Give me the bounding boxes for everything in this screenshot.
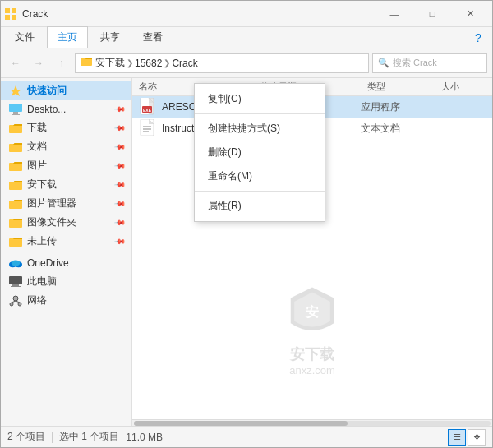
context-menu: 复制(C) 创建快捷方式(S) 删除(D) 重命名(M) 属性(R)	[194, 83, 325, 222]
view-buttons: ☰ ❖	[448, 429, 486, 446]
svg-rect-0	[5, 8, 10, 13]
item-count: 2 个项目	[7, 430, 45, 444]
sidebar-label-downloads: 下载	[27, 121, 111, 135]
ribbon-tabs: 文件 主页 共享 查看 ?	[1, 27, 492, 48]
desktop-icon	[9, 103, 22, 116]
sidebar-label-desktop: Deskto...	[27, 104, 111, 115]
large-icon-view-button[interactable]: ❖	[468, 429, 486, 446]
ctx-delete[interactable]: 删除(D)	[195, 141, 325, 164]
downloads-folder-icon	[9, 122, 22, 135]
sidebar-label-thispc: 此电脑	[27, 275, 125, 289]
sidebar-label-unuploaded: 未上传	[27, 234, 111, 248]
svg-marker-5	[10, 85, 21, 96]
txt-file-icon	[132, 119, 162, 137]
svg-rect-10	[9, 144, 22, 152]
search-icon: 🔍	[378, 58, 389, 68]
svg-point-24	[18, 303, 21, 306]
pin-icon-documents: 📌	[114, 141, 127, 153]
pictures-folder-icon	[9, 159, 22, 173]
imagefolder-folder-icon	[9, 216, 22, 229]
tab-view[interactable]: 查看	[132, 26, 173, 48]
unuploaded-folder-icon	[9, 235, 22, 248]
svg-rect-20	[12, 284, 19, 286]
ctx-copy[interactable]: 复制(C)	[195, 87, 325, 111]
explorer-window: Crack — □ ✕ 文件 主页 共享 查看 ? ← → ↑	[0, 0, 493, 448]
pin-icon-anzaixia: 📌	[114, 178, 127, 191]
maximize-button[interactable]: □	[413, 1, 451, 27]
scrollbar-thumb[interactable]	[134, 421, 348, 426]
pin-icon-desktop: 📌	[114, 104, 127, 116]
breadcrumb: 安下载 ❯ 15682 ❯ Crack	[95, 56, 198, 70]
sidebar-label-network: 网络	[27, 293, 125, 307]
sidebar-item-onedrive[interactable]: OneDrive	[1, 254, 131, 272]
ctx-properties[interactable]: 属性(R)	[195, 194, 325, 218]
sidebar-item-anzaixia[interactable]: 安下载 📌	[1, 175, 131, 194]
window-title: Crack	[22, 8, 376, 20]
col-header-type[interactable]: 类型	[361, 81, 435, 93]
sidebar-item-thispc[interactable]: 此电脑	[1, 272, 131, 291]
pin-icon-unuploaded: 📌	[114, 235, 127, 247]
up-button[interactable]: ↑	[52, 53, 71, 73]
svg-point-23	[10, 303, 13, 306]
exe-file-icon: EXE	[132, 98, 162, 116]
sidebar-label-pictures: 图片	[27, 159, 111, 173]
onedrive-icon	[9, 256, 22, 270]
svg-rect-12	[9, 182, 22, 190]
svg-rect-33	[141, 119, 154, 136]
sidebar-item-network[interactable]: 网络	[1, 291, 131, 310]
selected-size: 11.0 MB	[126, 432, 163, 443]
svg-rect-9	[9, 125, 22, 133]
sidebar-quick-access-header[interactable]: 快速访问	[1, 81, 131, 100]
svg-rect-13	[9, 201, 22, 209]
sidebar-item-documents[interactable]: 文档 📌	[1, 137, 131, 156]
ctx-create-shortcut[interactable]: 创建快捷方式(S)	[195, 117, 325, 141]
selected-count: 选中 1 个项目	[59, 430, 119, 444]
tab-home[interactable]: 主页	[47, 26, 88, 48]
sidebar-item-imagefolder[interactable]: 图像文件夹 📌	[1, 213, 131, 232]
documents-folder-icon	[9, 141, 22, 154]
window-icon	[4, 7, 17, 21]
detail-view-button[interactable]: ☰	[448, 429, 466, 446]
status-bar: 2 个项目 选中 1 个项目 11.0 MB ☰ ❖	[1, 426, 492, 447]
sidebar-item-pictures[interactable]: 图片 📌	[1, 156, 131, 175]
status-separator	[52, 432, 53, 443]
forward-button[interactable]: →	[29, 53, 48, 73]
sidebar-item-unuploaded[interactable]: 未上传 📌	[1, 232, 131, 251]
back-button[interactable]: ←	[6, 53, 25, 73]
search-box[interactable]: 🔍 搜索 Crack	[372, 53, 487, 73]
svg-rect-6	[9, 104, 22, 112]
minimize-button[interactable]: —	[376, 1, 413, 27]
sidebar-item-desktop[interactable]: Deskto... 📌	[1, 100, 131, 118]
quick-access-label: 快速访问	[27, 84, 125, 98]
address-bar[interactable]: 安下载 ❯ 15682 ❯ Crack	[75, 53, 369, 73]
svg-rect-1	[12, 8, 16, 13]
svg-rect-21	[11, 286, 21, 287]
pin-icon-pictures: 📌	[114, 159, 127, 172]
horizontal-scrollbar[interactable]	[132, 419, 492, 426]
ctx-properties-label: 属性(R)	[208, 199, 242, 213]
svg-rect-15	[9, 238, 22, 247]
sidebar-label-picmanager: 图片管理器	[27, 196, 111, 210]
svg-rect-7	[13, 112, 18, 114]
sidebar-item-downloads[interactable]: 下载 📌	[1, 118, 131, 137]
svg-rect-14	[9, 219, 22, 228]
sidebar-label-onedrive: OneDrive	[27, 257, 125, 269]
anzaixia-folder-icon	[9, 178, 22, 192]
svg-line-25	[12, 301, 16, 303]
ctx-rename[interactable]: 重命名(M)	[195, 164, 325, 188]
toolbar: ← → ↑ 安下载 ❯ 15682 ❯ Crack 🔍 搜索 Crack	[1, 48, 492, 78]
file-type-aresc: 应用程序	[361, 100, 435, 114]
svg-point-18	[12, 260, 21, 266]
svg-rect-11	[9, 163, 22, 171]
svg-line-26	[16, 301, 20, 303]
folder-icon-addr	[81, 56, 92, 70]
tab-file[interactable]: 文件	[4, 26, 45, 48]
sidebar-label-anzaixia: 安下载	[27, 178, 111, 192]
col-header-size[interactable]: 大小	[435, 81, 492, 93]
network-icon	[9, 294, 22, 307]
sidebar-item-picmanager[interactable]: 图片管理器 📌	[1, 194, 131, 213]
tab-share[interactable]: 共享	[90, 26, 131, 48]
svg-rect-4	[81, 58, 92, 66]
close-button[interactable]: ✕	[451, 1, 489, 27]
help-button[interactable]: ?	[468, 28, 489, 48]
